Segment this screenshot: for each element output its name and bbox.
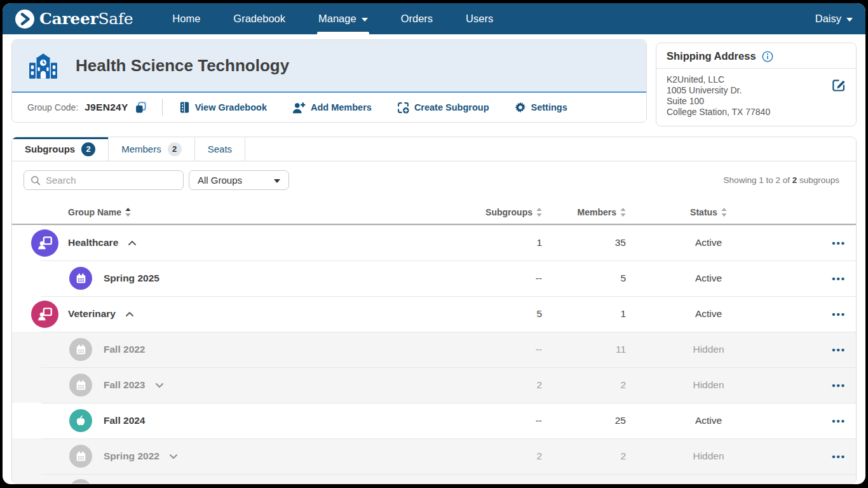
column-group-name[interactable]: Group Name — [68, 207, 121, 217]
cell-subgroups: 5 — [487, 308, 542, 320]
filter-row: All Groups Showing 1 to 2 of 2 subgroups — [12, 170, 856, 190]
search-icon — [31, 175, 41, 186]
row-menu-button[interactable]: ••• — [829, 412, 848, 430]
cell-subgroups: 2 — [487, 379, 542, 391]
cell-status: Active — [626, 308, 791, 320]
row-name: Fall 2023 — [104, 379, 146, 391]
nav-item-home[interactable]: Home — [172, 3, 200, 34]
user-menu[interactable]: Daisy — [815, 13, 853, 25]
careersafe-chevron-icon — [15, 10, 34, 29]
calendar-icon — [69, 479, 92, 484]
collapse-chevron-icon[interactable] — [128, 240, 137, 246]
expand-chevron-icon[interactable] — [155, 383, 164, 388]
page-title: Health Science Technology — [76, 56, 289, 76]
tab-seats[interactable]: Seats — [195, 137, 245, 161]
calendar-icon — [69, 338, 92, 361]
subgroup-row: Fall 2023 2 2 Hidden ••• — [12, 367, 856, 403]
action-create-subgroup[interactable]: Create Subgroup — [397, 102, 489, 114]
row-name: Spring 2025 — [104, 273, 159, 284]
cell-status: Hidden — [626, 379, 791, 391]
group-row: Veterinary 5 1 Active ••• — [12, 296, 856, 332]
group-row: Healthcare 1 35 Active ••• — [12, 225, 856, 261]
nav-item-orders[interactable]: Orders — [401, 3, 433, 34]
address-line: K2United, LLC — [667, 74, 832, 85]
gradebook-icon — [179, 102, 190, 113]
create-subgroup-icon — [397, 102, 409, 114]
app-window: CareerSafe Home Gradebook Manage Orders … — [3, 3, 865, 484]
cell-status: Hidden — [626, 451, 791, 462]
caret-down-icon — [846, 18, 853, 22]
group-card-header: Health Science Technology — [12, 40, 646, 93]
row-menu-button[interactable]: ••• — [829, 341, 848, 359]
top-navbar: CareerSafe Home Gradebook Manage Orders … — [3, 3, 865, 34]
group-code-value: J9EN24Y — [85, 102, 128, 113]
action-settings[interactable]: Settings — [515, 102, 567, 113]
search-box[interactable] — [24, 170, 184, 190]
subgroups-panel: Subgroups 2 Members 2 Seats — [11, 137, 857, 484]
action-add-members[interactable]: Add Members — [292, 102, 372, 114]
tab-members[interactable]: Members 2 — [109, 137, 195, 161]
search-input[interactable] — [46, 175, 177, 186]
info-icon[interactable] — [762, 51, 773, 62]
row-menu-button[interactable]: ••• — [829, 305, 848, 323]
tab-subgroups[interactable]: Subgroups 2 — [12, 137, 109, 161]
main-nav: Home Gradebook Manage Orders Users — [172, 3, 493, 34]
column-status[interactable]: Status — [690, 207, 717, 217]
subgroup-row: Fall 2024 -- 25 Active ••• — [12, 403, 856, 438]
cell-status: Active — [626, 415, 791, 426]
tab-bar: Subgroups 2 Members 2 Seats — [12, 137, 856, 161]
expand-chevron-icon[interactable] — [169, 454, 178, 459]
cell-members: 11 — [542, 344, 626, 355]
group-card: Health Science Technology Group Code: J9… — [11, 39, 647, 123]
row-menu-button[interactable]: ••• — [829, 269, 848, 288]
calendar-icon — [69, 267, 92, 290]
shipping-title: Shipping Address — [667, 50, 756, 62]
brand-text: CareerSafe — [39, 10, 133, 28]
cell-members: 25 — [542, 415, 626, 426]
cell-members: 1 — [542, 308, 626, 320]
row-name: Healthcare — [68, 237, 118, 248]
address-line: 1005 University Dr. — [667, 85, 832, 96]
school-icon — [29, 53, 58, 79]
copy-group-code-button[interactable] — [135, 102, 147, 114]
nav-item-manage[interactable]: Manage — [318, 3, 368, 34]
apple-icon — [69, 409, 92, 432]
cell-members: 2 — [542, 379, 626, 391]
cell-subgroups: -- — [487, 273, 542, 284]
row-menu-button[interactable]: ••• — [829, 234, 848, 252]
tab-badge: 2 — [168, 142, 182, 156]
copy-icon — [135, 102, 147, 114]
subgroup-row: Spring 2025 -- 5 Active ••• — [12, 261, 856, 296]
sort-icon[interactable] — [125, 208, 131, 217]
user-name: Daisy — [815, 13, 841, 25]
collapse-chevron-icon[interactable] — [125, 311, 134, 317]
address-line: College Station, TX 77840 — [667, 107, 832, 118]
nav-item-gradebook[interactable]: Gradebook — [233, 3, 285, 34]
row-name: Spring 2022 — [104, 451, 159, 462]
cell-status: Active — [626, 237, 791, 248]
calendar-icon — [69, 374, 92, 396]
gear-icon — [515, 102, 526, 113]
row-menu-button[interactable]: ••• — [829, 376, 848, 395]
nav-item-users[interactable]: Users — [466, 3, 493, 34]
sort-icon[interactable] — [721, 208, 727, 217]
group-filter-select[interactable]: All Groups — [189, 170, 289, 190]
column-subgroups[interactable]: Subgroups — [485, 207, 532, 217]
sort-icon[interactable] — [620, 208, 626, 217]
row-name: Fall 2022 — [104, 344, 146, 355]
column-members[interactable]: Members — [578, 207, 616, 217]
cell-subgroups: 1 — [487, 237, 542, 248]
cell-members: 5 — [542, 273, 626, 284]
caret-down-icon — [362, 18, 368, 22]
edit-address-button[interactable] — [832, 78, 846, 92]
row-name: Fall 2024 — [104, 415, 146, 426]
action-view-gradebook[interactable]: View Gradebook — [179, 102, 267, 113]
add-member-icon — [292, 102, 306, 114]
row-name: Veterinary — [68, 308, 116, 320]
divider — [162, 99, 163, 116]
cell-members: 35 — [542, 237, 626, 248]
cell-subgroups: -- — [487, 344, 542, 355]
sort-icon[interactable] — [536, 208, 542, 217]
careersafe-logo[interactable]: CareerSafe — [15, 10, 133, 29]
address-line: Suite 100 — [667, 96, 832, 107]
